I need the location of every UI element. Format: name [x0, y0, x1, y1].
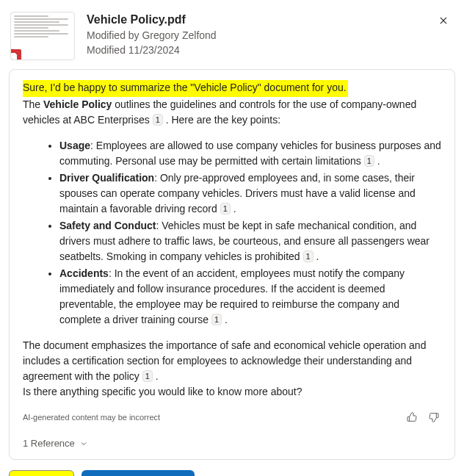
- thumbs-down-button[interactable]: [427, 410, 441, 425]
- disclaimer-text: AI-generated content may be incorrect: [23, 413, 160, 422]
- followup-prompt: Is there anything specific you would lik…: [23, 384, 441, 400]
- key-points-list: Usage: Employees are allowed to use comp…: [59, 138, 441, 328]
- file-modified-by: Modified by Gregory Zelfond: [87, 28, 454, 43]
- thumbs-up-button[interactable]: [405, 410, 419, 425]
- close-button[interactable]: [433, 10, 454, 31]
- reference-chip[interactable]: 1: [220, 203, 231, 214]
- reference-chip[interactable]: 1: [303, 250, 313, 262]
- references-toggle[interactable]: 1 Reference: [23, 438, 441, 449]
- copy-button[interactable]: Copy: [9, 470, 74, 476]
- file-header: Vehicle Policy.pdf Modified by Gregory Z…: [7, 7, 457, 69]
- reference-chip[interactable]: 1: [364, 155, 374, 167]
- chevron-down-icon: [79, 439, 88, 448]
- reference-chip[interactable]: 1: [211, 314, 222, 325]
- pdf-icon: [10, 49, 21, 60]
- reference-chip[interactable]: 1: [142, 370, 153, 382]
- summary-panel: Sure, I'd be happy to summarize the "Veh…: [9, 69, 455, 460]
- list-item: Usage: Employees are allowed to use comp…: [59, 138, 441, 169]
- file-title: Vehicle Policy.pdf: [87, 12, 454, 28]
- ask-question-button[interactable]: Ask a question: [81, 470, 195, 476]
- file-thumbnail[interactable]: [10, 12, 75, 60]
- file-modified-date: Modified 11/23/2024: [87, 43, 454, 57]
- list-item: Accidents: In the event of an accident, …: [59, 266, 441, 328]
- intro-highlight: Sure, I'd be happy to summarize the "Veh…: [23, 80, 348, 97]
- disclaimer-row: AI-generated content may be incorrect: [23, 410, 441, 425]
- list-item: Safety and Conduct: Vehicles must be kep…: [59, 218, 441, 264]
- reference-chip[interactable]: 1: [153, 114, 163, 126]
- file-meta: Vehicle Policy.pdf Modified by Gregory Z…: [87, 12, 454, 57]
- action-bar: Copy Ask a question: [7, 470, 457, 476]
- list-item: Driver Qualification: Only pre-approved …: [59, 170, 441, 217]
- feedback-buttons: [405, 410, 441, 425]
- summary-content: Sure, I'd be happy to summarize the "Veh…: [23, 80, 441, 400]
